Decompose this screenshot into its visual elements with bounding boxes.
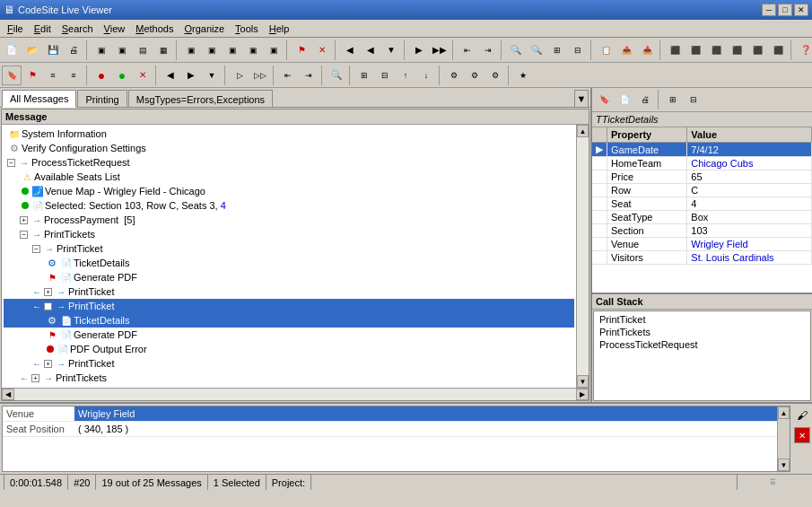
tb-btn-8[interactable]: ▦ <box>153 40 173 60</box>
expand-icon-payment[interactable]: + <box>20 216 28 224</box>
tb-flag1[interactable]: ⚑ <box>292 40 311 60</box>
maximize-button[interactable]: □ <box>778 4 792 16</box>
tb-btn-filter2[interactable]: ⊟ <box>568 40 588 60</box>
tab-dropdown-button[interactable]: ▼ <box>574 90 589 108</box>
tree-item-process-ticket[interactable]: − → ProcessTicketRequest <box>4 155 574 170</box>
tree-hscrollbar[interactable]: ◀ ▶ <box>2 388 589 400</box>
tree-item-payment[interactable]: + → ProcessPayment [5] <box>4 213 574 227</box>
close-button[interactable]: ✕ <box>794 4 808 16</box>
props-val-venue[interactable]: Wrigley Field <box>687 238 812 251</box>
props-row-venue[interactable]: Venue Wrigley Field <box>592 238 812 251</box>
right-tb-btn2[interactable]: 📄 <box>615 90 634 109</box>
bottom-scrollbar[interactable]: ▲ ▼ <box>777 406 790 471</box>
scroll-left-btn[interactable]: ◀ <box>2 389 14 400</box>
tb-copy[interactable]: 📋 <box>596 40 616 60</box>
tb-btn-5[interactable]: ▣ <box>92 40 111 60</box>
tab-all-messages[interactable]: All Messages <box>2 90 76 108</box>
print-button[interactable]: 🖨 <box>64 40 83 60</box>
menu-view[interactable]: View <box>99 22 131 36</box>
tree-item-print-ticket-2[interactable]: ← + → PrintTicket <box>4 284 574 299</box>
link-seat4[interactable]: 4 <box>221 200 226 211</box>
tb2-jump-r[interactable]: ⇥ <box>299 66 319 85</box>
tb-extra5[interactable]: ⬛ <box>747 40 767 60</box>
tb-btn-9[interactable]: ▣ <box>181 40 201 60</box>
expand-icon-pt4[interactable]: + <box>44 360 52 368</box>
scroll-right-btn[interactable]: ▶ <box>576 389 589 400</box>
save-button[interactable]: 💾 <box>43 40 63 60</box>
tb2-btn2[interactable]: ⚑ <box>22 66 42 85</box>
tb2-btn4[interactable]: ≡ <box>64 66 83 85</box>
tb-btn-12[interactable]: ▣ <box>243 40 263 60</box>
tb2-flag-red[interactable]: ● <box>92 66 111 85</box>
bottom-btn-paint[interactable]: 🖌 <box>792 406 812 425</box>
tb-btn-13[interactable]: ▣ <box>264 40 284 60</box>
right-tb-btn5[interactable]: ⊟ <box>684 90 703 109</box>
tree-item-print-ticket-4[interactable]: ← + → PrintTicket <box>4 356 574 371</box>
tb-send[interactable]: 📤 <box>616 40 636 60</box>
menu-search[interactable]: Search <box>57 22 99 36</box>
tb2-btn1[interactable]: 🔖 <box>2 66 22 85</box>
props-row-price[interactable]: Price 65 <box>592 170 812 184</box>
menu-methods[interactable]: Methods <box>130 22 179 36</box>
menu-file[interactable]: File <box>2 22 29 36</box>
tb-help[interactable]: ❓ <box>796 40 812 60</box>
tb-jump1[interactable]: ⇤ <box>458 40 477 60</box>
menu-edit[interactable]: Edit <box>29 22 57 36</box>
tb2-cfg[interactable]: ⚙ <box>444 66 464 85</box>
minimize-button[interactable]: ─ <box>762 4 776 16</box>
tb2-star[interactable]: ★ <box>513 66 533 85</box>
tree-item-print-ticket-1[interactable]: − → PrintTicket <box>4 241 574 256</box>
tb2-cfg2[interactable]: ⚙ <box>465 66 485 85</box>
tb2-back[interactable]: ◀ <box>161 66 180 85</box>
tb-extra4[interactable]: ⬛ <box>727 40 747 60</box>
tb-nav3[interactable]: ▶ <box>409 40 429 60</box>
tree-item-print-tickets[interactable]: − → PrintTickets <box>4 227 574 241</box>
props-row-visitors[interactable]: Visitors St. Louis Cardinals <box>592 251 812 265</box>
tree-item-print-tickets-bottom[interactable]: ← + → PrintTickets <box>4 371 574 385</box>
tb2-jump-l[interactable]: ⇤ <box>278 66 298 85</box>
props-val-hometeam[interactable]: Chicago Cubs <box>687 157 812 170</box>
expand-icon-ptb[interactable]: + <box>31 374 39 382</box>
tb2-flag-green[interactable]: ● <box>112 66 132 85</box>
tree-item-print-ticket-3[interactable]: ← − → PrintTicket <box>4 299 574 313</box>
right-tb-btn1[interactable]: 🔖 <box>594 90 614 109</box>
tb-btn-filter[interactable]: ⊞ <box>547 40 567 60</box>
tb2-btn3[interactable]: ≡ <box>43 66 63 85</box>
tb-btn-10[interactable]: ▣ <box>202 40 222 60</box>
bottom-btn-red[interactable]: ✕ <box>794 427 810 443</box>
props-row-hometeam[interactable]: HomeTeam Chicago Cubs <box>592 157 812 170</box>
expand-icon-pt2[interactable]: + <box>44 288 52 296</box>
expand-icon-pt3[interactable]: − <box>44 302 52 310</box>
tb-dropdown1[interactable]: ▼ <box>381 40 401 60</box>
tree-scrollbar[interactable]: ▲ ▼ <box>576 125 589 388</box>
tb2-forward[interactable]: ▶ <box>181 66 201 85</box>
tb2-extra1[interactable]: ▷ <box>230 66 249 85</box>
tb-send2[interactable]: 📥 <box>637 40 657 60</box>
tb-search[interactable]: 🔍 <box>506 40 526 60</box>
tb-btn-7[interactable]: ▤ <box>133 40 153 60</box>
tb-btn-6[interactable]: ▣ <box>112 40 132 60</box>
new-button[interactable]: 📄 <box>2 40 22 60</box>
tb-extra3[interactable]: ⬛ <box>706 40 726 60</box>
tb2-arrow-up[interactable]: ↑ <box>396 66 415 85</box>
tb2-search-zoom[interactable]: 🔍 <box>327 66 346 85</box>
tab-msgtypes[interactable]: MsgTypes=Errors,Exceptions <box>128 90 273 108</box>
expand-icon-process[interactable]: − <box>7 159 15 167</box>
bottom-scroll-down[interactable]: ▼ <box>778 459 790 471</box>
props-val-visitors[interactable]: St. Louis Cardinals <box>687 251 812 265</box>
props-row-row[interactable]: Row C <box>592 184 812 197</box>
open-button[interactable]: 📂 <box>22 40 42 60</box>
tb-extra6[interactable]: ⬛ <box>768 40 788 60</box>
tb-btn-11[interactable]: ▣ <box>223 40 242 60</box>
tb-nav4[interactable]: ▶▶ <box>430 40 450 60</box>
menu-tools[interactable]: Tools <box>230 22 264 36</box>
expand-icon-pt1[interactable]: − <box>32 245 40 253</box>
tab-printing[interactable]: Printing <box>77 90 127 108</box>
props-row-seattype[interactable]: SeatType Box <box>592 211 812 224</box>
right-tb-btn3[interactable]: 🖨 <box>635 90 655 109</box>
scroll-down-btn[interactable]: ▼ <box>577 375 589 388</box>
tb-jump2[interactable]: ⇥ <box>478 40 498 60</box>
menu-organize[interactable]: Organize <box>179 22 230 36</box>
tb-extra2[interactable]: ⬛ <box>685 40 705 60</box>
menu-help[interactable]: Help <box>264 22 295 36</box>
